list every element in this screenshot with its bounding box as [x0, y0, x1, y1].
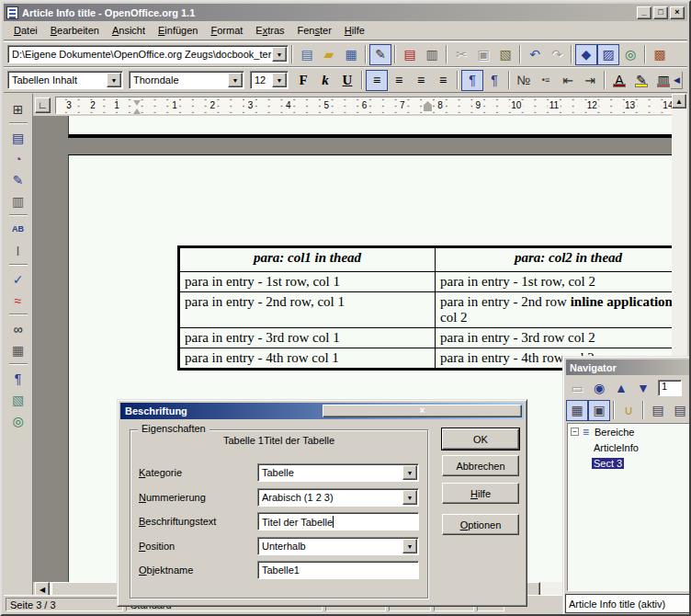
dropdown-icon[interactable]: ▼ — [402, 490, 417, 505]
title-bar[interactable]: Article Info title - OpenOffice.org 1.1 … — [4, 4, 687, 21]
font-size-combobox[interactable]: 12 ▼ — [250, 71, 289, 89]
hyperlink-icon[interactable]: ◎ — [619, 44, 641, 65]
increase-indent-icon[interactable]: ⇥ — [579, 70, 601, 91]
footer-icon[interactable]: ▤ — [669, 400, 691, 421]
italic-icon[interactable]: k — [314, 70, 336, 91]
optionen-button[interactable]: Optionen — [442, 514, 519, 535]
next-icon[interactable]: ▼ — [632, 378, 654, 399]
underline-icon[interactable]: U — [336, 70, 358, 91]
previous-icon[interactable]: ▲ — [610, 378, 632, 399]
print-icon[interactable]: ▥ — [421, 44, 443, 65]
undo-icon[interactable]: ↶ — [524, 44, 546, 65]
navigator-title-bar[interactable]: Navigator — [566, 359, 691, 375]
page-number-status[interactable]: Seite 3 / 3 — [6, 598, 123, 611]
justify-icon[interactable]: ≡ — [432, 70, 454, 91]
gallery-icon[interactable]: ▩ — [649, 44, 671, 65]
find-replace-icon[interactable]: ∞ — [7, 318, 29, 339]
objektname-input[interactable]: Tabelle1 — [257, 561, 419, 579]
table-cell[interactable]: para in entry - 2nd row inline applicati… — [436, 292, 676, 328]
menu-bearbeiten[interactable]: Bearbeiten — [44, 23, 106, 38]
tab-type-selector[interactable]: ∟ — [35, 97, 51, 113]
url-combobox[interactable]: D:\Eigene Dokumente\OpenOffice.org Zeugs… — [7, 45, 289, 63]
field-value[interactable]: Unterhalb — [258, 541, 402, 552]
expand-collapse-icon[interactable]: − — [571, 428, 579, 436]
hilfe-button[interactable]: Hilfe — [442, 483, 519, 504]
tree-item-articleinfo[interactable]: ArticleInfo — [568, 439, 690, 455]
paragraph-style-value[interactable]: Tabellen Inhalt — [8, 74, 107, 86]
set-reminder-icon[interactable]: ∪ — [617, 400, 640, 421]
insert-object-icon[interactable]: ◔ — [7, 148, 29, 169]
dropdown-icon[interactable]: ▼ — [402, 465, 417, 480]
field-value[interactable]: Titel der Tabelle — [258, 516, 418, 528]
kategorie-combobox[interactable]: Tabelle▼ — [257, 463, 419, 482]
form-functions-icon[interactable]: ▥ — [7, 190, 29, 211]
spellcheck-icon[interactable]: ✓ — [7, 268, 29, 290]
nummerierung-combobox[interactable]: Arabisch (1 2 3)▼ — [257, 488, 419, 507]
autospellcheck-icon[interactable]: ≈ — [7, 290, 29, 311]
font-name-combobox[interactable]: Thorndale ▼ — [129, 71, 244, 89]
position-combobox[interactable]: Unterhalb▼ — [257, 537, 419, 555]
navigator-tree[interactable]: −≡BereicheArticleInfoSect 3 — [567, 423, 691, 591]
table-header-cell[interactable]: para: col2 in thead — [436, 248, 676, 272]
beschriftungstext-input[interactable]: Titel der Tabelle — [257, 512, 419, 530]
draw-functions-icon[interactable]: ✎ — [7, 169, 29, 190]
font-dropdown-icon[interactable]: ▼ — [228, 73, 243, 87]
menu-format[interactable]: Format — [204, 23, 249, 38]
style-dropdown-icon[interactable]: ▼ — [107, 73, 121, 87]
header-icon[interactable]: ▤ — [647, 400, 669, 421]
dialog-title-bar[interactable]: Beschriftung × — [120, 403, 524, 419]
decrease-indent-icon[interactable]: ⇤ — [557, 70, 579, 91]
url-dropdown-icon[interactable]: ▼ — [272, 47, 287, 62]
bold-icon[interactable]: F — [292, 70, 314, 91]
dialog-close-icon[interactable]: × — [323, 405, 522, 417]
table-cell[interactable]: para in entry - 2nd row, col 1 — [180, 292, 436, 328]
autotext-icon[interactable]: AB — [7, 219, 29, 240]
nonprinting-characters-icon[interactable]: ¶ — [7, 368, 29, 389]
menu-datei[interactable]: Datei — [7, 23, 44, 38]
page-spinner[interactable]: 1 — [658, 380, 682, 396]
align-right-icon[interactable]: ≡ — [410, 70, 432, 91]
page-spinner-value[interactable]: 1 — [659, 381, 681, 395]
toolbar-more-button[interactable]: ◀ — [670, 71, 684, 90]
font-color-icon[interactable]: A — [608, 70, 630, 91]
menu-hilfe[interactable]: Hilfe — [338, 23, 371, 38]
listbox-onoff-icon[interactable]: ▦ — [566, 400, 588, 421]
maximize-button[interactable]: □ — [653, 6, 668, 19]
direct-cursor-icon[interactable]: I — [7, 240, 29, 261]
close-button[interactable]: × — [670, 6, 685, 19]
field-value[interactable]: Tabelle1 — [258, 565, 418, 576]
insert-table-icon[interactable]: ⊞ — [7, 98, 29, 120]
export-pdf-icon[interactable]: ▤ — [399, 44, 421, 65]
open-document-icon[interactable]: ▰ — [318, 44, 340, 65]
content-view-icon[interactable]: ▣ — [588, 400, 610, 421]
graphics-onoff-icon[interactable]: ▧ — [7, 389, 29, 410]
numbering-icon[interactable]: № — [513, 70, 535, 91]
ok-button[interactable]: OK — [442, 428, 519, 450]
stylist-icon[interactable]: ▨ — [597, 44, 619, 65]
font-size-value[interactable]: 12 — [251, 74, 272, 86]
table-cell[interactable]: para in entry - 4th row col 1 — [180, 348, 436, 369]
menu-einfügen[interactable]: Einfügen — [152, 23, 204, 38]
table-header-cell[interactable]: para: col1 in thead — [180, 248, 436, 272]
table-cell[interactable]: para in entry - 1st row, col 1 — [180, 272, 436, 292]
margin-marker-icon[interactable] — [133, 105, 141, 114]
horizontal-ruler[interactable]: 3211234567891011121314 — [55, 97, 675, 114]
online-layout-icon[interactable]: ◎ — [7, 410, 29, 431]
paste-icon[interactable]: ▧ — [494, 44, 516, 65]
minimize-button[interactable]: _ — [637, 6, 651, 19]
tree-item-label[interactable]: Bereiche — [593, 427, 636, 438]
bullets-icon[interactable]: •≡ — [535, 70, 557, 91]
ltr-paragraph-icon[interactable]: ¶ — [461, 70, 483, 91]
navigator-icon[interactable]: ◆ — [575, 44, 597, 65]
dropdown-icon[interactable]: ▼ — [402, 539, 417, 553]
menu-extras[interactable]: Extras — [249, 23, 290, 38]
menu-ansicht[interactable]: Ansicht — [106, 23, 152, 38]
url-value[interactable]: D:\Eigene Dokumente\OpenOffice.org Zeugs… — [8, 49, 272, 60]
document-table[interactable]: para: col1 in theadpara: col2 in theadpa… — [177, 245, 675, 371]
insert-fields-icon[interactable]: ▤ — [7, 127, 29, 148]
size-dropdown-icon[interactable]: ▼ — [272, 73, 287, 87]
save-document-icon[interactable]: ▦ — [340, 44, 362, 65]
indent-marker-icon[interactable] — [424, 101, 432, 111]
tree-item-sect-3[interactable]: Sect 3 — [568, 455, 690, 471]
table-cell[interactable]: para in entry - 3rd row col 1 — [180, 328, 436, 348]
